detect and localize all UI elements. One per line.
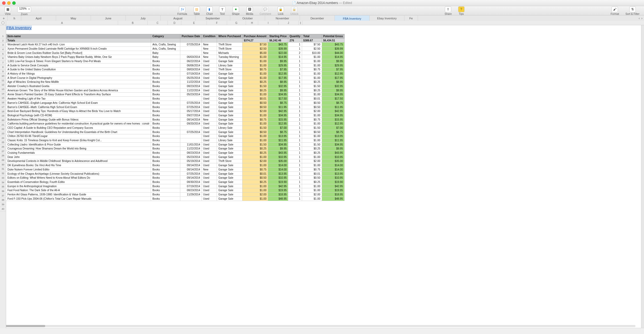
- tab-nav-prev[interactable]: ‹: [639, 16, 640, 20]
- column-ruler: ABCDEFGHIJ ‖: [0, 21, 644, 22]
- column-head[interactable]: H: [246, 21, 258, 22]
- sort-filter-icon: ⇅: [629, 6, 636, 12]
- table-icon: ▤: [194, 6, 200, 12]
- zoom-window-button[interactable]: [12, 1, 16, 5]
- sheet-tab[interactable]: September: [195, 15, 230, 21]
- tips-icon: ?: [458, 6, 465, 12]
- document-edited-label: — Edited: [339, 1, 352, 5]
- column-head[interactable]: C: [148, 21, 168, 22]
- document-title-text: Amazon-Ebay 2014.numbers: [297, 1, 338, 5]
- view-icon: ▦: [5, 6, 11, 12]
- lock-icon: 🔒: [278, 6, 284, 12]
- sheet-tab[interactable]: Ebay Inventory: [370, 15, 404, 21]
- column-head[interactable]: F: [207, 21, 227, 22]
- close-window-button[interactable]: [2, 1, 6, 5]
- column-head[interactable]: E: [181, 21, 207, 22]
- tab-nav: ‹ ›: [637, 15, 644, 21]
- tab-nav-next[interactable]: ›: [641, 16, 642, 20]
- view-button[interactable]: ▦ View: [2, 6, 14, 15]
- chart-button[interactable]: ▮ Chart: [203, 6, 216, 15]
- column-head[interactable]: D: [168, 21, 181, 22]
- formula-button[interactable]: ƒx Formula: [174, 6, 190, 15]
- column-add-handle[interactable]: ‖: [299, 21, 303, 22]
- shape-button[interactable]: ■ Shape: [229, 6, 242, 15]
- document-title: 📄 Amazon-Ebay 2014.numbers — Edited: [0, 1, 644, 5]
- sheet-tab[interactable]: July: [126, 15, 161, 21]
- lock-button[interactable]: 🔒 Lock: [275, 6, 287, 15]
- unlock-button: 🔓 Unlock: [287, 6, 302, 15]
- column-head[interactable]: G: [227, 21, 246, 22]
- format-button[interactable]: 🖌 Format: [608, 6, 622, 15]
- media-button[interactable]: 🖼 Media: [243, 6, 256, 15]
- add-sheet-button[interactable]: +: [0, 15, 8, 21]
- sheet-tab[interactable]: April: [21, 15, 56, 21]
- toolbar: ▦ View 125% Zoom ƒx Formula ▤ Table ▮ Ch…: [0, 6, 644, 15]
- column-head[interactable]: A: [6, 21, 118, 22]
- table-button[interactable]: ▤ Table: [191, 6, 203, 15]
- tips-button[interactable]: ? Tips: [455, 6, 467, 15]
- sheet-tab[interactable]: June: [91, 15, 126, 21]
- sheet-tab[interactable]: h: [8, 15, 21, 21]
- ruler-corner[interactable]: [0, 21, 6, 22]
- sheet-tab[interactable]: December: [300, 15, 335, 21]
- unlock-icon: 🔓: [291, 6, 298, 12]
- sheet-tab[interactable]: October: [230, 15, 265, 21]
- share-icon: ⇧: [445, 6, 451, 12]
- sheet-tab[interactable]: Fe: [404, 15, 418, 21]
- shape-icon: ■: [233, 6, 239, 12]
- sheet-tab[interactable]: November: [265, 15, 300, 21]
- column-head[interactable]: J: [278, 21, 299, 22]
- sheet-tab[interactable]: FBA Inventory: [335, 15, 370, 21]
- comment-button: 💬 Comment: [257, 6, 274, 15]
- column-head[interactable]: B: [118, 21, 148, 22]
- comment-icon: 💬: [262, 6, 269, 12]
- share-button[interactable]: ⇧ Share: [442, 6, 455, 15]
- text-icon: T: [219, 6, 225, 12]
- formula-icon: ƒx: [179, 6, 185, 12]
- sheet-tab[interactable]: August: [161, 15, 195, 21]
- text-button[interactable]: T Text: [216, 6, 228, 15]
- sheet-area: ABCDEFGHIJ ‖ 123456789101112131415161718…: [0, 21, 644, 22]
- media-icon: 🖼: [246, 6, 253, 12]
- zoom-control[interactable]: 125% Zoom: [14, 6, 34, 16]
- sort-filter-button[interactable]: ⇅ Sort & Filter: [622, 6, 642, 15]
- sheet-tab[interactable]: May: [56, 15, 91, 21]
- format-icon: 🖌: [612, 6, 618, 12]
- column-head[interactable]: I: [258, 21, 278, 22]
- traffic-lights: [0, 1, 16, 5]
- minimize-window-button[interactable]: [7, 1, 11, 5]
- window-titlebar: 📄 Amazon-Ebay 2014.numbers — Edited: [0, 0, 644, 6]
- zoom-select[interactable]: 125%: [17, 7, 31, 12]
- chart-icon: ▮: [206, 6, 213, 12]
- document-icon: 📄: [292, 1, 296, 5]
